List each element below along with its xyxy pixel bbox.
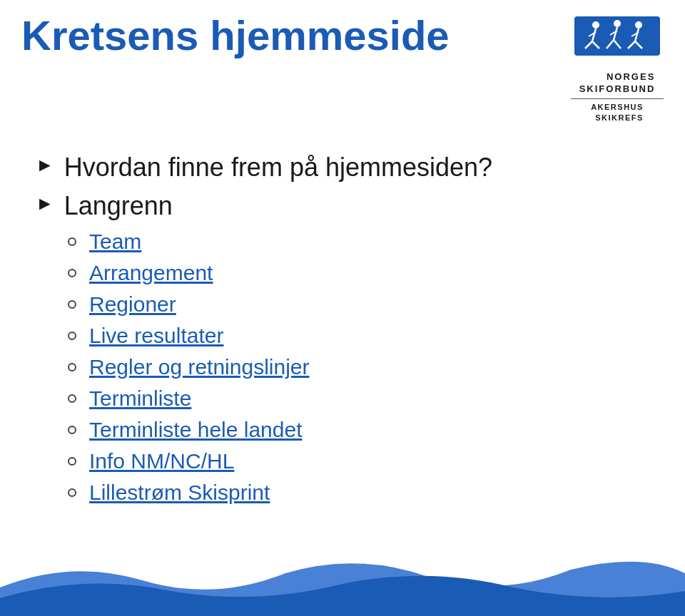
sub-item-arrangement: Arrangement bbox=[68, 261, 649, 285]
arrow-bullet-1: ► bbox=[36, 155, 54, 174]
circle-bullet-lillestrom bbox=[68, 488, 76, 497]
circle-bullet-regler bbox=[68, 363, 76, 371]
sub-item-team: Team bbox=[68, 230, 649, 254]
circle-bullet-regioner bbox=[68, 300, 76, 309]
circle-bullet-arrangement bbox=[68, 269, 76, 277]
circle-bullet-info-nm bbox=[68, 457, 76, 466]
link-regler[interactable]: Regler og retningslinjer bbox=[89, 355, 310, 379]
circle-bullet-terminliste-hele bbox=[68, 426, 76, 434]
akershus-name: AKERSHUS SKIKREFS bbox=[591, 102, 644, 124]
circle-bullet-terminliste bbox=[68, 394, 76, 403]
hvordan-heading: Hvordan finne frem på hjemmesiden? bbox=[64, 153, 492, 183]
link-arrangement[interactable]: Arrangement bbox=[89, 261, 213, 285]
svg-point-6 bbox=[614, 20, 621, 27]
sub-item-terminliste-hele: Terminliste hele landet bbox=[68, 418, 649, 442]
langrenn-subsections: Team Arrangement Regioner Live resultate… bbox=[68, 230, 649, 505]
header: Kretsens hjemmeside bbox=[0, 0, 685, 124]
svg-point-11 bbox=[635, 21, 642, 29]
link-lillestrom[interactable]: Lillestrøm Skisprint bbox=[89, 481, 270, 505]
sub-item-regler: Regler og retningslinjer bbox=[68, 355, 649, 379]
bottom-wave bbox=[0, 552, 685, 616]
langrenn-header: ► Langrenn bbox=[36, 191, 649, 221]
logo-area: NORGES SKIFORBUND AKERSHUS SKIKREFS bbox=[571, 13, 664, 124]
svg-point-1 bbox=[592, 21, 599, 29]
link-info-nm[interactable]: Info NM/NC/HL bbox=[89, 449, 234, 473]
circle-bullet-team bbox=[68, 237, 76, 246]
nsf-org-name: NORGES SKIFORBUND bbox=[579, 71, 656, 96]
sub-item-regioner: Regioner bbox=[68, 292, 649, 317]
arrow-bullet-2: ► bbox=[36, 194, 54, 212]
sub-item-terminliste: Terminliste bbox=[68, 386, 649, 411]
main-content: ► Hvordan finne frem på hjemmesiden? ► L… bbox=[0, 124, 685, 526]
circle-bullet-live bbox=[68, 332, 76, 340]
langrenn-heading: Langrenn bbox=[64, 191, 173, 221]
link-terminliste[interactable]: Terminliste bbox=[89, 386, 191, 411]
link-live[interactable]: Live resultater bbox=[89, 324, 223, 348]
link-team[interactable]: Team bbox=[89, 230, 141, 254]
logo-divider bbox=[571, 98, 664, 99]
page-container: Kretsens hjemmeside bbox=[0, 0, 685, 616]
section-hvordan: ► Hvordan finne frem på hjemmesiden? bbox=[36, 153, 649, 183]
link-regioner[interactable]: Regioner bbox=[89, 292, 176, 317]
section-langrenn: ► Langrenn Team Arrangement Regioner bbox=[36, 191, 649, 505]
sub-item-info-nm: Info NM/NC/HL bbox=[68, 449, 649, 473]
nsf-logo-icon bbox=[574, 16, 660, 70]
sub-item-live: Live resultater bbox=[68, 324, 649, 348]
link-terminliste-hele[interactable]: Terminliste hele landet bbox=[89, 418, 303, 442]
site-title: Kretsens hjemmeside bbox=[21, 13, 450, 58]
sub-item-lillestrom: Lillestrøm Skisprint bbox=[68, 481, 649, 505]
